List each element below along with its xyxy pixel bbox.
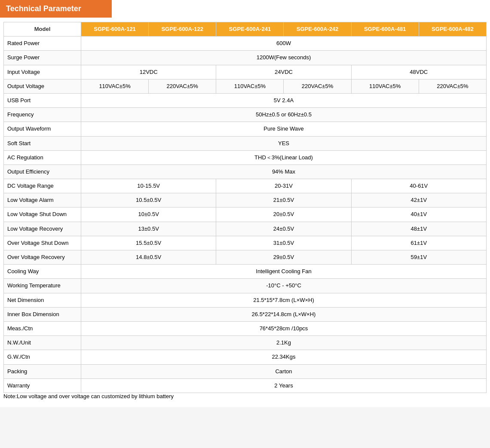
row-value: 10-15.5V [81, 179, 216, 193]
table-container: Model SGPE-600A-121 SGPE-600A-122 SGPE-6… [0, 22, 490, 403]
col-c6: SGPE-600A-482 [419, 22, 486, 37]
row-label: Inner Box Dimension [4, 307, 81, 321]
row-value: 40±1V [351, 207, 486, 222]
row-value: THD＜3%(Linear Load) [81, 150, 487, 165]
row-label: Output Efficiency [4, 165, 81, 179]
row-value: 42±1V [351, 193, 486, 207]
row-value: 110VAC±5% [351, 79, 419, 93]
row-label: Input Voltage [4, 65, 81, 79]
row-value: YES [81, 136, 487, 150]
row-value: 21.5*15*7.8cm (L×W×H) [81, 293, 487, 307]
table-row: Meas./Ctn76*45*28cm /10pcs [4, 321, 487, 335]
row-value: 22.34Kgs [81, 350, 487, 364]
table-row: N.W./Unit2.1Kg [4, 336, 487, 350]
row-value: 94% Max [81, 165, 487, 179]
row-label: Output Voltage [4, 79, 81, 93]
row-value: 21±0.5V [216, 193, 351, 207]
row-value: 48VDC [351, 65, 486, 79]
table-row: Soft StartYES [4, 136, 487, 150]
col-c3: SGPE-600A-241 [216, 22, 284, 37]
row-label: G.W./Ctn [4, 350, 81, 364]
row-value: 50Hz±0.5 or 60Hz±0.5 [81, 108, 487, 122]
row-label: Soft Start [4, 136, 81, 150]
table-row: Frequency50Hz±0.5 or 60Hz±0.5 [4, 108, 487, 122]
table-row: Output Efficiency94% Max [4, 165, 487, 179]
row-value: 110VAC±5% [216, 79, 284, 93]
row-label: Low Voltage Recovery [4, 222, 81, 236]
row-value: 220VAC±5% [284, 79, 351, 93]
row-value: 110VAC±5% [81, 79, 149, 93]
row-value: 10±0.5V [81, 207, 216, 222]
table-row: Over Voltage Recovery14.8±0.5V29±0.5V59±… [4, 250, 487, 265]
table-row: Over Voltage Shut Down15.5±0.5V31±0.5V61… [4, 236, 487, 250]
table-row: Surge Power1200W(Few seconds) [4, 51, 487, 65]
row-label: Net Dimension [4, 293, 81, 307]
col-c1: SGPE-600A-121 [81, 22, 149, 37]
row-label: Frequency [4, 108, 81, 122]
row-value: -10°C - +50°C [81, 279, 487, 293]
row-label: DC Voltage Range [4, 179, 81, 193]
row-value: 5V 2.4A [81, 93, 487, 107]
row-label: Over Voltage Recovery [4, 250, 81, 265]
row-label: Meas./Ctn [4, 321, 81, 335]
row-value: 1200W(Few seconds) [81, 51, 487, 65]
page-wrapper: Technical Parameter Model SGPE-600A-121 … [0, 0, 490, 407]
technical-parameter-table: Model SGPE-600A-121 SGPE-600A-122 SGPE-6… [3, 22, 487, 393]
row-value: 13±0.5V [81, 222, 216, 236]
row-value: 26.5*22*14.8cm (L×W×H) [81, 307, 487, 321]
table-row: Low Voltage Recovery13±0.5V24±0.5V48±1V [4, 222, 487, 236]
row-value: 61±1V [351, 236, 486, 250]
table-row: Working Temperature-10°C - +50°C [4, 279, 487, 293]
table-row: Rated Power600W [4, 37, 487, 51]
note-text: Note:Low voltage and over voltage can cu… [3, 393, 174, 399]
row-label: Rated Power [4, 37, 81, 51]
table-row: Input Voltage12VDC24VDC48VDC [4, 65, 487, 79]
row-value: 24VDC [216, 65, 351, 79]
row-label: N.W./Unit [4, 336, 81, 350]
row-value: Pure Sine Wave [81, 122, 487, 136]
row-value: 20-31V [216, 179, 351, 193]
table-header-row: Model SGPE-600A-121 SGPE-600A-122 SGPE-6… [4, 22, 487, 37]
row-value: 2 Years [81, 378, 487, 393]
row-label: Surge Power [4, 51, 81, 65]
table-row: Cooling WayIntelligent Cooling Fan [4, 265, 487, 279]
row-label: Low Voltage Shut Down [4, 207, 81, 222]
row-label: Warranty [4, 378, 81, 393]
row-value: 2.1Kg [81, 336, 487, 350]
row-value: 600W [81, 37, 487, 51]
table-row: G.W./Ctn22.34Kgs [4, 350, 487, 364]
table-row: Low Voltage Alarm10.5±0.5V21±0.5V42±1V [4, 193, 487, 207]
row-value: 24±0.5V [216, 222, 351, 236]
row-value: 76*45*28cm /10pcs [81, 321, 487, 335]
table-row: Warranty2 Years [4, 378, 487, 393]
row-value: Carton [81, 364, 487, 378]
row-value: 220VAC±5% [419, 79, 486, 93]
table-row: DC Voltage Range10-15.5V20-31V40-61V [4, 179, 487, 193]
row-value: 15.5±0.5V [81, 236, 216, 250]
row-value: 12VDC [81, 65, 216, 79]
row-label: Working Temperature [4, 279, 81, 293]
row-value: 48±1V [351, 222, 486, 236]
row-value: 220VAC±5% [149, 79, 216, 93]
table-row: Net Dimension21.5*15*7.8cm (L×W×H) [4, 293, 487, 307]
table-row: USB Port5V 2.4A [4, 93, 487, 107]
row-value: 59±1V [351, 250, 486, 265]
row-label: USB Port [4, 93, 81, 107]
row-label: Cooling Way [4, 265, 81, 279]
table-row: PackingCarton [4, 364, 487, 378]
col-c2: SGPE-600A-122 [149, 22, 216, 37]
col-model: Model [4, 22, 81, 37]
note-row: Note:Low voltage and over voltage can cu… [3, 393, 487, 399]
col-c4: SGPE-600A-242 [284, 22, 351, 37]
row-value: 20±0.5V [216, 207, 351, 222]
row-label: Output Waveform [4, 122, 81, 136]
table-row: Output Voltage110VAC±5%220VAC±5%110VAC±5… [4, 79, 487, 93]
table-row: Inner Box Dimension26.5*22*14.8cm (L×W×H… [4, 307, 487, 321]
row-value: Intelligent Cooling Fan [81, 265, 487, 279]
row-value: 29±0.5V [216, 250, 351, 265]
col-c5: SGPE-600A-481 [351, 22, 419, 37]
row-label: Over Voltage Shut Down [4, 236, 81, 250]
table-row: Low Voltage Shut Down10±0.5V20±0.5V40±1V [4, 207, 487, 222]
page-title: Technical Parameter [0, 0, 112, 18]
row-label: Packing [4, 364, 81, 378]
